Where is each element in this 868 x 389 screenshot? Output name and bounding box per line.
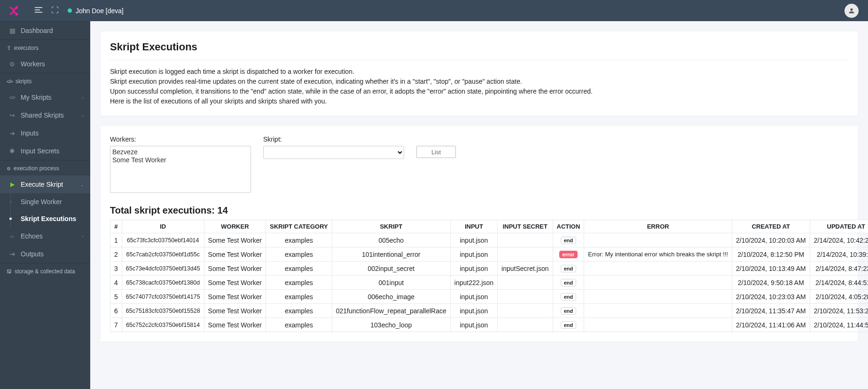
cell-updated: 2/10/2024, 11:53:28 A <box>810 304 868 318</box>
col-secret: INPUT SECRET <box>498 220 553 233</box>
chevron-right-icon: › <box>82 113 84 118</box>
workers-label: Workers: <box>110 135 251 143</box>
sidebar: Dashboard executors Workers skripts My S… <box>0 21 90 389</box>
cell-category: examples <box>266 304 332 318</box>
table-panel: Workers: Bezveze Some Test Worker Skript… <box>101 126 858 341</box>
workers-select[interactable]: Bezveze Some Test Worker <box>110 146 251 193</box>
table-row[interactable]: 565c74077cfc03750ebf14175Some Test Worke… <box>110 290 868 304</box>
cell-num: 2 <box>110 247 122 262</box>
sidebar-item-label: Skript Executions <box>21 215 76 222</box>
sidebar-item-dashboard[interactable]: Dashboard <box>0 22 90 40</box>
cell-secret <box>498 276 553 290</box>
cell-action: end <box>553 276 584 290</box>
status-dot-icon <box>68 8 72 13</box>
description-line: Skript execution is logged each time a s… <box>110 67 848 77</box>
code-icon <box>7 78 13 85</box>
table-row[interactable]: 365c73e4dcfc03750ebf13d45Some Test Worke… <box>110 262 868 276</box>
sidebar-item-label: Dashboard <box>21 27 53 34</box>
cell-action: end <box>553 304 584 318</box>
cell-id: 65c738cacfc03750ebf1380d <box>122 276 204 290</box>
table-row[interactable]: 665c75183cfc03750ebf15528Some Test Worke… <box>110 304 868 318</box>
cell-secret <box>498 304 553 318</box>
cell-updated: 2/10/2024, 11:44:50 A <box>810 318 868 332</box>
cell-error <box>584 304 732 318</box>
cell-worker: Some Test Worker <box>204 262 266 276</box>
sidebar-item-shared-skripts[interactable]: Shared Skripts › <box>0 106 90 124</box>
user-status[interactable]: John Doe [deva] <box>68 7 124 15</box>
cell-skript: 101intentional_error <box>332 247 450 262</box>
cell-input: input222.json <box>450 276 497 290</box>
sidebar-item-label: Input Secrets <box>21 147 60 155</box>
cell-created: 2/10/2024, 10:13:49 AM <box>732 262 810 276</box>
cell-worker: Some Test Worker <box>204 304 266 318</box>
skript-select[interactable] <box>263 146 404 159</box>
cell-num: 7 <box>110 318 122 332</box>
sidebar-item-my-skripts[interactable]: My Skripts › <box>0 88 90 106</box>
table-row[interactable]: 165c73fc3cfc03750ebf14014Some Test Worke… <box>110 233 868 247</box>
cell-input: input.json <box>450 247 497 262</box>
sidebar-item-execute-skript[interactable]: Execute Skript ⌄ <box>0 175 90 193</box>
avatar[interactable] <box>845 4 859 18</box>
cell-num: 6 <box>110 304 122 318</box>
cell-skript: 103echo_loop <box>332 318 450 332</box>
output-icon <box>8 250 16 258</box>
cell-created: 2/10/2024, 11:41:06 AM <box>732 318 810 332</box>
fullscreen-icon[interactable] <box>52 7 58 15</box>
sidebar-item-input-secrets[interactable]: Input Secrets <box>0 142 90 160</box>
description-line: Skript execution provides real-time upda… <box>110 77 848 87</box>
cell-action: end <box>553 233 584 247</box>
workers-option[interactable]: Some Test Worker <box>112 156 249 164</box>
totals-title: Total skript executions: 14 <box>110 205 848 216</box>
user-name: John Doe [deva] <box>76 7 124 15</box>
cell-id: 65c74077cfc03750ebf14175 <box>122 290 204 304</box>
cell-input: input.json <box>450 290 497 304</box>
cell-num: 4 <box>110 276 122 290</box>
cell-error: Error: My intentional error which breaks… <box>584 247 732 262</box>
cell-num: 1 <box>110 233 122 247</box>
sidebar-subitem-single-worker[interactable]: Single Worker <box>0 193 90 210</box>
cell-worker: Some Test Worker <box>204 233 266 247</box>
sidebar-item-label: Inputs <box>21 129 39 137</box>
signal-icon <box>8 232 16 240</box>
sidebar-item-label: My Skripts <box>21 94 51 101</box>
cell-updated: 2/14/2024, 10:42:20 A <box>810 233 868 247</box>
cell-category: examples <box>266 262 332 276</box>
table-row[interactable]: 265c7cab2cfc03750ebf1d55cSome Test Worke… <box>110 247 868 262</box>
col-num: # <box>110 220 122 233</box>
cell-created: 2/10/2024, 11:35:47 AM <box>732 304 810 318</box>
gear-icon <box>7 165 11 172</box>
cell-input: input.json <box>450 233 497 247</box>
cell-action: end <box>553 262 584 276</box>
play-icon <box>8 181 16 188</box>
cell-skript: 001input <box>332 276 450 290</box>
runner-icon <box>7 45 11 51</box>
menu-toggle-icon[interactable] <box>35 6 42 16</box>
col-id: ID <box>122 220 204 233</box>
sidebar-subitem-skript-executions[interactable]: Skript Executions <box>0 210 90 227</box>
cell-secret <box>498 233 553 247</box>
sidebar-item-label: Execute Skript <box>21 181 63 188</box>
col-error: ERROR <box>584 220 732 233</box>
app-logo[interactable] <box>9 6 25 16</box>
sidebar-item-outputs[interactable]: Outputs <box>0 245 90 263</box>
sidebar-item-inputs[interactable]: Inputs <box>0 124 90 142</box>
cell-secret <box>498 247 553 262</box>
cell-error <box>584 318 732 332</box>
cell-category: examples <box>266 318 332 332</box>
chevron-down-icon: ⌄ <box>80 182 84 187</box>
action-badge: end <box>561 265 577 272</box>
table-row[interactable]: 765c752c2cfc03750ebf15814Some Test Worke… <box>110 318 868 332</box>
cell-num: 3 <box>110 262 122 276</box>
action-badge: end <box>561 307 577 315</box>
cell-id: 65c7cab2cfc03750ebf1d55c <box>122 247 204 262</box>
list-button[interactable]: List <box>416 146 456 158</box>
sidebar-item-label: Echoes <box>21 232 43 240</box>
sidebar-item-workers[interactable]: Workers <box>0 55 90 73</box>
cell-secret: inputSecret.json <box>498 262 553 276</box>
table-row[interactable]: 465c738cacfc03750ebf1380dSome Test Worke… <box>110 276 868 290</box>
cell-secret <box>498 290 553 304</box>
cell-id: 65c73fc3cfc03750ebf14014 <box>122 233 204 247</box>
sidebar-item-echoes[interactable]: Echoes › <box>0 227 90 245</box>
cell-input: input.json <box>450 318 497 332</box>
workers-option[interactable]: Bezveze <box>112 148 249 156</box>
